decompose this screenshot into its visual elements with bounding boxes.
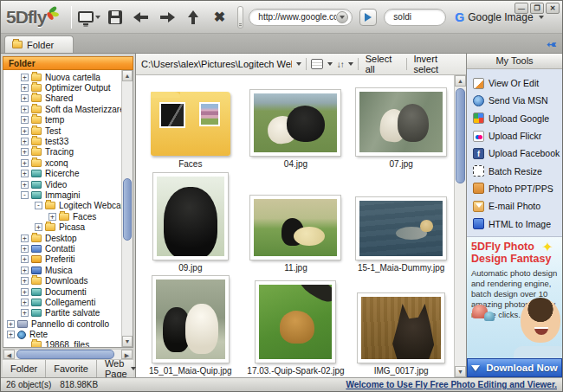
tree-item-shared[interactable]: +Shared (3, 93, 121, 104)
tree-item-video[interactable]: +Video (3, 179, 121, 190)
tree-item-rete[interactable]: +Rete (3, 329, 121, 339)
tab-folder[interactable]: Folder (4, 35, 74, 53)
tool-view-or-edit[interactable]: View Or Edit (473, 74, 562, 92)
tool-upload-facebook[interactable]: fUpload Facebook (473, 145, 562, 162)
download-now-button[interactable]: Download Now (467, 358, 562, 377)
tree-item-soft-da-masterizzare[interactable]: +Soft da Masterizzare (3, 104, 121, 114)
tree-horizontal-scrollbar[interactable]: ◀ ▶ (3, 349, 133, 360)
tool-send-via-msn[interactable]: Send Via MSN (473, 92, 562, 109)
tree-item-partite-salvate[interactable]: +Partite salvate (3, 308, 121, 318)
photo-preview[interactable] (356, 88, 446, 156)
expand-node-icon[interactable]: + (7, 320, 15, 328)
tool-batch-resize[interactable]: Batch Resize (473, 162, 562, 179)
tree-item-temp[interactable]: +temp (3, 115, 121, 125)
gallery-scrollbar[interactable]: ▲ ▼ (454, 75, 466, 377)
scroll-up-arrow-icon[interactable]: ▲ (122, 70, 133, 81)
bottom-tab-folder[interactable]: Folder (3, 360, 45, 377)
expand-node-icon[interactable]: + (21, 299, 29, 306)
collapse-panel-arrow-icon[interactable]: ➳ (547, 37, 557, 51)
current-path[interactable]: C:\Users\alex\Pictures\Logitech Webcam (141, 59, 292, 69)
expand-node-icon[interactable]: + (21, 94, 29, 102)
expand-node-icon[interactable]: + (35, 223, 42, 231)
expand-node-icon[interactable]: + (49, 213, 56, 221)
path-dropdown-icon[interactable] (296, 62, 301, 66)
search-input[interactable] (393, 12, 442, 22)
photo-preview[interactable] (250, 90, 340, 156)
photo-thumb-04-jpg[interactable]: 04.jpg (243, 78, 349, 170)
welcome-link[interactable]: Welcome to Use Fly Free Photo Editing an… (346, 380, 557, 389)
sort-dropdown-icon[interactable] (348, 62, 353, 66)
close-button[interactable]: ✕ (546, 3, 560, 14)
expand-node-icon[interactable]: + (21, 277, 29, 285)
expand-node-icon[interactable]: + (21, 159, 29, 167)
tree-item-picasa[interactable]: +Picasa (3, 222, 121, 232)
tree-vertical-scrollbar[interactable]: ▲ ▼ (121, 70, 133, 347)
tool-html-to-image[interactable]: HTML to Image (473, 215, 562, 232)
toolbar-grip[interactable] (237, 6, 243, 29)
expand-node-icon[interactable]: + (21, 138, 29, 145)
tree-item-nuova-cartella[interactable]: +Nuova cartella (3, 72, 121, 82)
expand-node-icon[interactable]: + (21, 267, 29, 274)
expand-node-icon[interactable]: + (21, 181, 29, 189)
tree-item-documenti[interactable]: +Documenti (3, 286, 121, 297)
tool-upload-google[interactable]: Upload Google (473, 110, 562, 127)
promo-ad-panel[interactable]: 5DFly Photo Design Fantasy ✦ Automatic p… (467, 236, 562, 358)
photo-thumb-15-1-maia-dummy-jpg[interactable]: 15-1_Maia-Dummy.jpg (348, 170, 454, 274)
tree-item-optimizer-output[interactable]: +Optimizer Output (3, 82, 121, 93)
scrollbar-thumb[interactable] (123, 178, 132, 241)
expand-node-icon[interactable]: + (21, 245, 29, 253)
tree-item-logitech-webcam[interactable]: -Logitech Webcam (3, 201, 121, 211)
save-button[interactable] (102, 5, 128, 29)
invert-select-button[interactable]: Invert select (411, 54, 461, 74)
forward-button[interactable] (154, 5, 180, 29)
tree-item-musica[interactable]: +Musica (3, 265, 121, 275)
scrollbar-thumb[interactable] (16, 350, 114, 359)
expand-node-icon[interactable]: + (21, 127, 29, 135)
expand-node-icon[interactable]: + (21, 74, 29, 81)
expand-node-icon[interactable]: + (21, 148, 29, 156)
display-mode-button[interactable] (76, 5, 102, 29)
photo-thumb-07-jpg[interactable]: 07.jpg (348, 78, 454, 170)
minimize-button[interactable]: — (514, 3, 528, 14)
tree-item-desktop[interactable]: +Desktop (3, 233, 121, 243)
scroll-up-arrow-icon[interactable]: ▲ (455, 75, 466, 87)
delete-button[interactable]: ✖ (206, 5, 232, 29)
expand-node-icon[interactable]: + (21, 170, 29, 177)
folder-thumb-faces[interactable]: Faces (138, 78, 243, 170)
tool-e-mail-photo[interactable]: E-mail Photo (473, 197, 562, 215)
photo-thumb-09-jpg[interactable]: 09.jpg (138, 170, 243, 274)
tree-item-test33[interactable]: +test33 (3, 136, 121, 146)
photo-thumb-11-jpg[interactable]: 11.jpg (243, 170, 349, 274)
tool-photo-ppt-pps[interactable]: Photo PPT/PPS (473, 180, 562, 197)
expand-node-icon[interactable]: + (21, 309, 29, 317)
expand-node-icon[interactable]: + (21, 116, 29, 124)
url-input[interactable] (258, 12, 336, 22)
tree-item-ricerche[interactable]: +Ricerche (3, 169, 121, 179)
tree-item-pannello-di-controllo[interactable]: +Pannello di controllo (3, 318, 121, 329)
go-button[interactable] (359, 9, 377, 26)
sort-order-icon[interactable]: ↓↑ (337, 60, 344, 69)
expand-node-icon[interactable]: + (21, 106, 29, 113)
photo-preview[interactable] (153, 173, 228, 260)
view-mode-icon[interactable] (311, 59, 323, 69)
collapse-node-icon[interactable]: - (21, 191, 29, 199)
back-button[interactable] (128, 5, 154, 29)
photo-thumb-img-0017-jpg[interactable]: IMG_0017.jpg (348, 274, 454, 377)
tree-item-19868-files[interactable]: 19868_files (3, 340, 121, 347)
up-button[interactable] (180, 5, 206, 29)
photo-preview[interactable] (358, 293, 444, 363)
scrollbar-thumb[interactable] (456, 88, 465, 183)
tree-item-test[interactable]: +Test (3, 125, 121, 136)
expand-node-icon[interactable]: + (21, 235, 29, 242)
scroll-down-arrow-icon[interactable]: ▼ (122, 336, 133, 347)
expand-node-icon[interactable]: + (7, 331, 15, 338)
bottom-tab-favorite[interactable]: Favorite (45, 360, 96, 377)
photo-preview[interactable] (250, 196, 340, 260)
restore-button[interactable]: ❐ (530, 3, 544, 14)
tree-item-collegamenti[interactable]: +Collegamenti (3, 297, 121, 307)
tree-item-preferiti[interactable]: +Preferiti (3, 254, 121, 265)
photo-preview[interactable] (356, 197, 446, 260)
expand-node-icon[interactable]: + (21, 288, 29, 296)
collapse-node-icon[interactable]: - (35, 202, 42, 209)
scroll-down-arrow-icon[interactable]: ▼ (455, 366, 466, 377)
